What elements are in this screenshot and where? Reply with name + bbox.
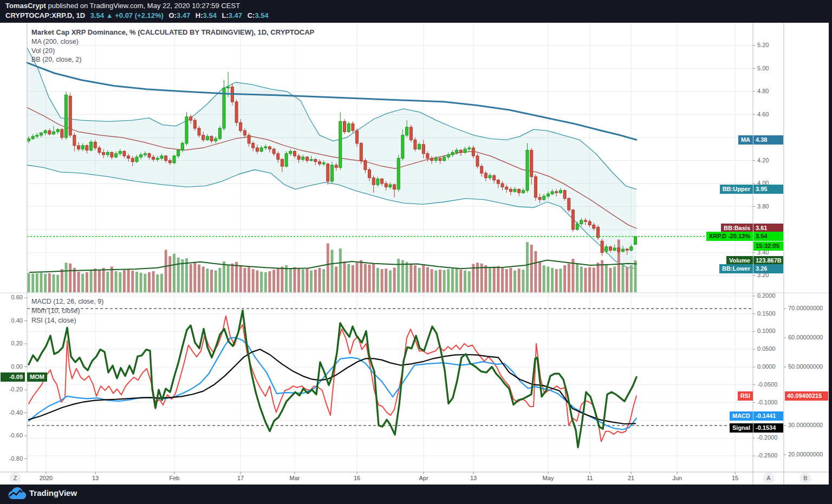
volume-bar xyxy=(418,268,421,292)
volume-bar xyxy=(306,269,309,292)
chart-canvas[interactable] xyxy=(0,0,832,504)
volume-bar xyxy=(223,261,225,292)
candle-body xyxy=(514,189,516,192)
candle-body xyxy=(593,225,595,228)
candle-body xyxy=(310,159,313,160)
candle-body xyxy=(410,127,412,140)
volume-bar xyxy=(198,265,200,292)
volume-bar xyxy=(272,270,275,292)
volume-bar xyxy=(389,271,392,293)
volume-bar xyxy=(555,269,558,292)
volume-bar xyxy=(368,265,371,292)
volume-bar xyxy=(90,270,93,292)
candle-body xyxy=(86,146,88,150)
candle-body xyxy=(190,117,192,120)
volume-bar xyxy=(115,271,118,292)
volume-bar xyxy=(426,267,429,292)
volume-bar xyxy=(206,269,209,292)
candle-body xyxy=(622,249,625,251)
candle-body xyxy=(414,140,417,149)
candle-body xyxy=(397,158,400,189)
candle-body xyxy=(306,157,309,160)
volume-bar xyxy=(86,272,88,292)
candle-body xyxy=(144,154,146,155)
candle-body xyxy=(580,220,583,224)
volume-bar xyxy=(110,266,113,292)
candle-body xyxy=(318,162,321,164)
candle-body xyxy=(551,192,554,194)
volume-bar xyxy=(264,272,267,292)
candle-body xyxy=(368,170,371,178)
candle-body xyxy=(235,102,238,122)
volume-bar xyxy=(148,272,151,292)
candle-body xyxy=(501,184,504,187)
volume-bar xyxy=(352,265,354,292)
candle-body xyxy=(447,155,450,157)
candle-body xyxy=(69,96,72,135)
candle-body xyxy=(613,248,616,250)
volume-bar xyxy=(451,269,454,292)
volume-bar xyxy=(468,271,471,292)
candle-body xyxy=(360,143,362,161)
candle-body xyxy=(94,142,96,148)
volume-bar xyxy=(464,271,466,293)
volume-bar xyxy=(193,262,196,292)
candle-body xyxy=(198,128,200,135)
volume-bar xyxy=(235,262,238,292)
volume-bar xyxy=(31,273,34,292)
volume-bar xyxy=(434,271,437,293)
volume-bar xyxy=(526,242,529,292)
volume-bar xyxy=(98,271,101,293)
volume-bar xyxy=(77,272,80,292)
candle-body xyxy=(484,173,487,178)
volume-bar xyxy=(597,263,600,292)
candle-body xyxy=(459,150,462,152)
candle-body xyxy=(526,150,529,190)
volume-bar xyxy=(297,268,300,292)
candle-body xyxy=(277,154,280,160)
volume-bar xyxy=(260,272,263,292)
volume-bar xyxy=(69,264,72,292)
candle-body xyxy=(372,178,375,185)
volume-bar xyxy=(168,256,171,292)
volume-bar xyxy=(61,269,63,292)
candle-body xyxy=(630,247,633,250)
candle-body xyxy=(376,179,379,185)
volume-bar xyxy=(131,271,134,292)
volume-bar xyxy=(73,268,76,292)
volume-bar xyxy=(509,268,512,292)
candle-body xyxy=(193,120,196,128)
volume-bar xyxy=(459,270,462,292)
candle-body xyxy=(393,185,396,189)
volume-bar xyxy=(456,268,458,292)
volume-bar xyxy=(385,269,387,292)
volume-bar xyxy=(48,273,51,292)
candle-body xyxy=(227,87,230,88)
volume-bar xyxy=(40,273,43,292)
candle-body xyxy=(160,156,163,158)
candle-body xyxy=(497,180,499,184)
volume-bar xyxy=(28,273,30,292)
candle-body xyxy=(626,249,628,250)
volume-bar xyxy=(422,265,425,292)
candle-body xyxy=(177,150,180,156)
volume-bar xyxy=(497,266,499,292)
candle-body xyxy=(339,121,342,167)
volume-bar xyxy=(397,259,400,292)
volume-bar xyxy=(551,268,554,292)
volume-bar xyxy=(156,274,159,292)
volume-bar xyxy=(431,269,433,292)
volume-bar xyxy=(622,264,625,292)
volume-bar xyxy=(277,268,280,292)
candle-body xyxy=(476,156,479,166)
candle-body xyxy=(364,161,367,170)
candle-body xyxy=(48,130,51,134)
volume-bar xyxy=(302,269,304,292)
signal-line xyxy=(29,349,635,424)
candle-body xyxy=(571,210,574,230)
candle-body xyxy=(385,184,387,187)
candle-body xyxy=(140,155,142,157)
volume-bar xyxy=(343,261,346,292)
candle-body xyxy=(505,187,508,189)
candle-body xyxy=(106,153,109,155)
